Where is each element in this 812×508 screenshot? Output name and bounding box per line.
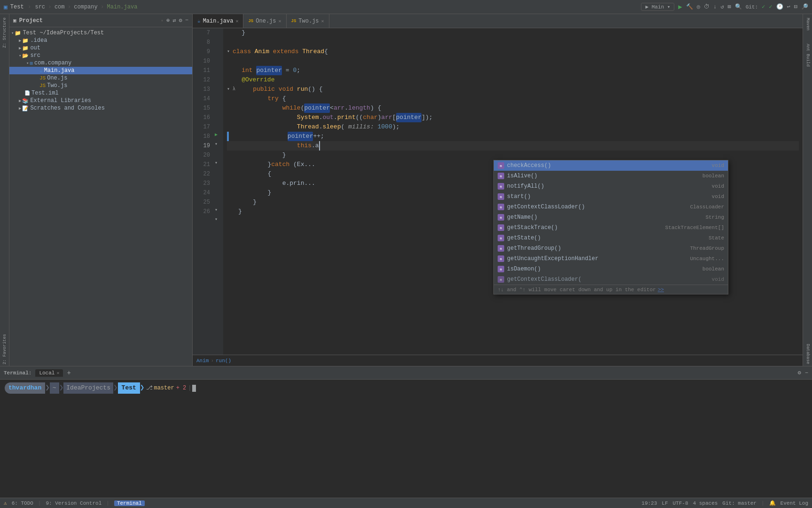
breadcrumb-com[interactable]: com: [55, 4, 65, 10]
indent-25: [238, 198, 253, 207]
bc-sep-arrow: ›: [211, 358, 214, 364]
favorites-icon[interactable]: 2: Favorites: [2, 333, 7, 366]
status-left: ⚠ 6: TODO | 9: Version Control | Termina…: [4, 500, 145, 506]
settings-icon[interactable]: ⚙: [179, 17, 182, 24]
tree-root[interactable]: ▾ 📁 Test ~/IdeaProjects/Test: [9, 29, 192, 37]
profile-button[interactable]: ⏱: [704, 3, 710, 10]
ac-item-getthreadgroup[interactable]: m getThreadGroup() ThreadGroup: [494, 243, 728, 254]
breadcrumb-src[interactable]: src: [35, 4, 45, 10]
sync-icon[interactable]: ⇄: [172, 17, 176, 24]
ac-item-getname[interactable]: m getName() String: [494, 212, 728, 222]
ac-item-isalive[interactable]: m isAlive() boolean: [494, 171, 728, 181]
local-tab-close[interactable]: ✕: [56, 370, 59, 376]
undo-button[interactable]: ↺: [720, 3, 724, 10]
ac-icon-getname: m: [498, 214, 504, 221]
tree-out[interactable]: ▶ 📁 out: [9, 44, 192, 52]
code-line-11: int pointer = 0 ;: [227, 66, 799, 75]
terminal-settings-icon[interactable]: ⚙: [798, 369, 801, 376]
bc-class-link[interactable]: Anim: [196, 358, 209, 364]
dot-15: .: [344, 103, 348, 113]
terminal-button[interactable]: ⊞: [727, 3, 731, 10]
dot-sys: .: [319, 113, 323, 122]
ac-method-isdaemon: isDaemon(): [507, 266, 700, 272]
status-terminal-badge[interactable]: Terminal: [114, 500, 145, 506]
ln-13: 13: [193, 85, 210, 94]
ac-method-getcontextclassloader2: getContextClassLoader(: [507, 276, 709, 283]
ex-21: Ex...: [297, 160, 315, 169]
ac-item-start[interactable]: m start() void: [494, 191, 728, 202]
status-git[interactable]: Git: master: [722, 500, 757, 506]
coverage-button[interactable]: ◎: [697, 3, 700, 10]
search-everywhere-button[interactable]: 🔎: [801, 3, 808, 10]
status-event-log[interactable]: Event Log: [781, 500, 808, 506]
tree-com-company[interactable]: ▾ ⊞ com.company: [9, 59, 192, 67]
tree-one-js[interactable]: JS One.js: [9, 74, 192, 82]
main-java-tab-close[interactable]: ✕: [235, 18, 238, 24]
tab-main-java[interactable]: ☕ Main.java ✕: [193, 14, 243, 28]
breadcrumb-file[interactable]: Main.java: [107, 4, 138, 10]
tree-main-java[interactable]: ☕ Main.java: [9, 67, 192, 74]
fold-13[interactable]: ▾: [227, 85, 233, 94]
bracket-close-16: ]);: [422, 113, 432, 122]
ac-hint-link[interactable]: >>: [658, 287, 664, 293]
ac-item-getcontextclassloader[interactable]: m getContextClassLoader() ClassLoader: [494, 202, 728, 212]
tree-src[interactable]: ▾ 📂 src: [9, 52, 192, 59]
term-git-icon: ⎇: [146, 383, 153, 393]
tree-two-js[interactable]: JS Two.js: [9, 82, 192, 89]
bc-method-link[interactable]: run(): [216, 358, 231, 364]
run-button[interactable]: ▶: [678, 3, 682, 11]
ac-item-getstacktrace[interactable]: m getStackTrace() StackTraceElement[]: [494, 222, 728, 233]
status-encoding[interactable]: UTF-8: [673, 500, 688, 506]
src-label: src: [30, 52, 40, 59]
brace-25: }: [253, 198, 257, 207]
ac-item-notifyall[interactable]: m notifyAll() void: [494, 181, 728, 191]
git-checkmark1: ✓: [762, 3, 765, 10]
ac-return-getcontextclassloader2: void: [712, 277, 724, 282]
project-icon-header: ▣: [13, 17, 16, 24]
new-file-icon[interactable]: ⊕: [166, 17, 170, 24]
tab-one-js[interactable]: JS One.js ✕: [243, 14, 286, 28]
ac-item-getstate[interactable]: m getState() State: [494, 233, 728, 243]
fold-indicator-22: ▾: [215, 216, 218, 222]
one-js-tab-close[interactable]: ✕: [279, 18, 281, 24]
code-editor[interactable]: 7 8 9 10 11 12 13 14 15 16 17 18 19 20 2…: [193, 28, 803, 355]
local-tab[interactable]: Local ✕: [35, 369, 63, 377]
tree-external-libs[interactable]: ▶ 📚 External Libraries: [9, 97, 192, 104]
build-button[interactable]: 🔨: [686, 3, 693, 10]
maven-label[interactable]: Maven: [805, 16, 810, 32]
local-tab-label: Local: [39, 370, 55, 376]
breadcrumb-company[interactable]: company: [74, 4, 97, 10]
status-lf[interactable]: LF: [662, 500, 668, 506]
structure-icon[interactable]: Z: Structure: [2, 16, 7, 49]
database-label[interactable]: Database: [805, 342, 810, 366]
new-terminal-button[interactable]: +: [67, 369, 70, 377]
ac-item-getcontextclassloader2[interactable]: m getContextClassLoader( void: [494, 274, 728, 285]
ac-return-checkaccess: void: [712, 163, 724, 168]
tree-test-iml[interactable]: 📄 Test.iml: [9, 89, 192, 97]
ln-24: 24: [193, 188, 210, 198]
two-js-tab-close[interactable]: ✕: [321, 18, 324, 24]
tab-two-js[interactable]: JS Two.js ✕: [287, 14, 329, 28]
brace-22: {: [267, 169, 271, 179]
ac-item-checkaccess[interactable]: m checkAccess() void: [494, 160, 728, 171]
terminal-close-button[interactable]: −: [805, 370, 808, 376]
ac-item-getuncaughtexceptionhandler[interactable]: m getUncaughtExceptionHandler Uncaught..…: [494, 254, 728, 264]
fold-arrow-9[interactable]: ▾: [227, 47, 233, 56]
status-todo[interactable]: 6: TODO: [12, 500, 33, 506]
vcs-update-button[interactable]: ↓: [713, 4, 717, 10]
status-indent[interactable]: 4 spaces: [693, 500, 718, 506]
term-arrow-4: ❯: [140, 383, 145, 393]
close-panel-icon[interactable]: −: [185, 17, 188, 24]
tree-idea[interactable]: ▶ 📁 .idea: [9, 37, 192, 44]
terminal-content[interactable]: thvardhan ❯ ~ ❯ IdeaProjects ❯ Test ❯ ⎇ …: [0, 380, 812, 498]
build-label[interactable]: Ant Build: [805, 42, 810, 69]
run-config[interactable]: ▶ Main ▾: [641, 3, 674, 11]
status-vc[interactable]: 9: Version Control: [46, 500, 102, 506]
ac-icon-getcontextclassloader2: m: [498, 276, 504, 283]
tree-scratches[interactable]: ▶ 📝 Scratches and Consoles: [9, 104, 192, 112]
status-position[interactable]: 19:23: [641, 500, 657, 506]
search-button[interactable]: 🔍: [735, 3, 742, 10]
vcs-button[interactable]: ⊟: [794, 3, 797, 10]
ac-icon-getcontextclassloader: m: [498, 204, 504, 210]
ac-item-isdaemon[interactable]: m isDaemon() boolean: [494, 264, 728, 274]
